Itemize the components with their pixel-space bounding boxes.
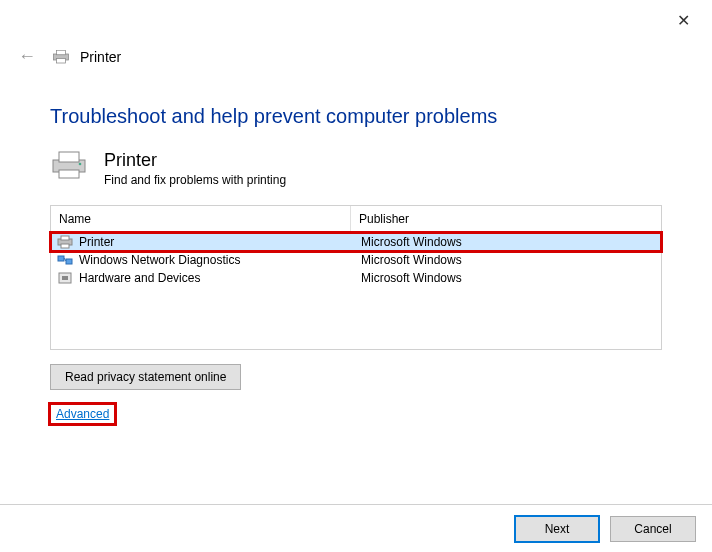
row-name: Hardware and Devices <box>79 271 200 285</box>
printer-icon <box>57 235 73 249</box>
table-row[interactable]: Printer Microsoft Windows <box>51 233 661 251</box>
svg-rect-4 <box>59 152 79 162</box>
row-publisher: Microsoft Windows <box>357 253 655 267</box>
svg-rect-10 <box>58 256 64 261</box>
page-title: Troubleshoot and help prevent computer p… <box>50 105 662 128</box>
footer-bar: Next Cancel <box>0 504 712 552</box>
column-header-publisher[interactable]: Publisher <box>351 206 661 232</box>
back-arrow-icon[interactable]: ← <box>18 46 36 67</box>
row-name: Windows Network Diagnostics <box>79 253 240 267</box>
printer-large-icon <box>50 150 88 180</box>
close-icon[interactable]: ✕ <box>669 7 698 34</box>
network-icon <box>57 253 73 267</box>
advanced-link[interactable]: Advanced <box>56 407 109 421</box>
section-subtitle: Find and fix problems with printing <box>104 173 286 187</box>
troubleshooter-table: Name Publisher Printer Microsoft Windows… <box>50 205 662 350</box>
row-name: Printer <box>79 235 114 249</box>
svg-point-6 <box>79 163 82 166</box>
svg-rect-5 <box>59 170 79 178</box>
hardware-icon <box>57 271 73 285</box>
svg-rect-2 <box>57 58 66 63</box>
header-bar: ← Printer <box>0 40 712 79</box>
table-row[interactable]: Hardware and Devices Microsoft Windows <box>51 269 661 287</box>
row-publisher: Microsoft Windows <box>357 235 655 249</box>
table-row[interactable]: Windows Network Diagnostics Microsoft Wi… <box>51 251 661 269</box>
column-header-name[interactable]: Name <box>51 206 351 232</box>
row-publisher: Microsoft Windows <box>357 271 655 285</box>
svg-rect-8 <box>61 236 69 240</box>
cancel-button[interactable]: Cancel <box>610 516 696 542</box>
title-bar: ✕ <box>0 0 712 40</box>
svg-rect-11 <box>66 259 72 264</box>
svg-rect-14 <box>62 276 68 280</box>
printer-icon <box>52 50 70 64</box>
window-title: Printer <box>80 49 121 65</box>
svg-rect-1 <box>57 50 66 55</box>
next-button[interactable]: Next <box>514 515 600 543</box>
section-title: Printer <box>104 150 286 171</box>
privacy-statement-button[interactable]: Read privacy statement online <box>50 364 241 390</box>
svg-rect-9 <box>61 244 69 248</box>
